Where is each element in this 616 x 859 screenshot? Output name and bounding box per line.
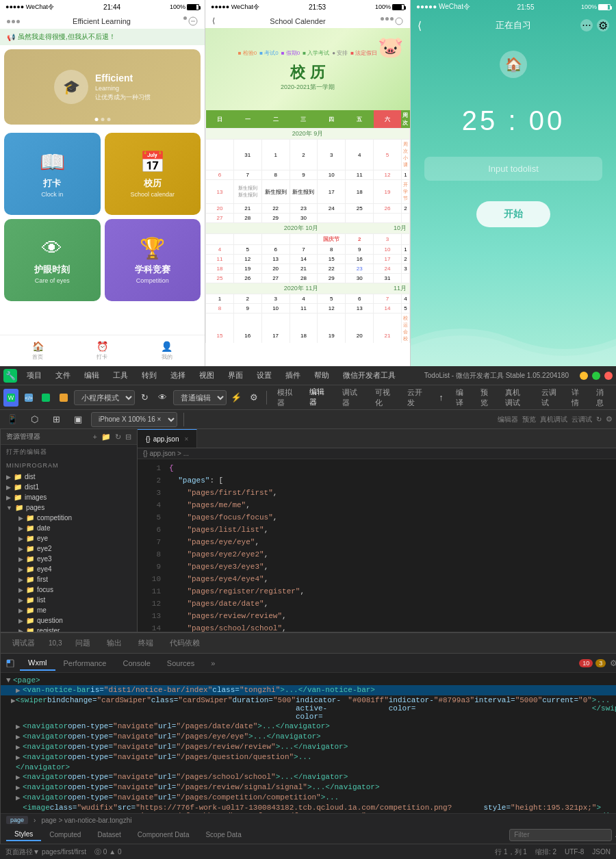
tree-focus[interactable]: ▶ 📁 focus: [1, 585, 137, 595]
inspector-wxml-tab[interactable]: Wxml: [20, 656, 55, 671]
toolbar-refresh[interactable]: ↻: [138, 389, 153, 407]
start-button[interactable]: 开始: [476, 201, 550, 227]
tree-eye[interactable]: ▶ 📁 eye: [1, 533, 137, 543]
toolbar-icon4[interactable]: [56, 389, 71, 407]
compile-selector[interactable]: 普通编辑: [173, 390, 227, 405]
style-tab-component-data[interactable]: Component Data: [129, 829, 198, 841]
inspector-performance-tab[interactable]: Performance: [55, 656, 115, 670]
inspector-controls[interactable]: 10 3 ⚙ ⋮: [579, 657, 616, 669]
inspector-console-tab[interactable]: Console: [114, 656, 158, 670]
toolbar-settings-btn[interactable]: ⚙: [246, 389, 261, 407]
new-folder-icon[interactable]: 📁: [101, 433, 111, 441]
menu-file[interactable]: 文件: [51, 369, 75, 382]
tree-dist[interactable]: ▶ 📁 dist: [1, 472, 137, 482]
close-button[interactable]: [604, 372, 613, 380]
refresh-tree-icon[interactable]: ↻: [115, 433, 121, 441]
html-nav-date[interactable]: ▶ <navigator open-type= "navigate" url= …: [1, 721, 616, 732]
style-filter-input[interactable]: [509, 829, 612, 841]
inspector-more-tab[interactable]: »: [203, 656, 223, 670]
html-image[interactable]: <image class= "wudifix" src= "https://77…: [1, 803, 616, 813]
tree-eye3[interactable]: ▶ 📁 eye3: [1, 554, 137, 564]
sim-grid-icon[interactable]: ⊞: [47, 411, 65, 428]
tree-list[interactable]: ▶ 📁 list: [1, 595, 137, 605]
menu-settings[interactable]: 设置: [253, 369, 276, 382]
html-inspector[interactable]: ▼ <page> ▶ <van-notice-bar is= "dist1/no…: [1, 673, 616, 813]
tab-visualize[interactable]: 可视化: [370, 385, 400, 411]
tree-pages[interactable]: ▼ 📁 pages: [1, 502, 137, 513]
inspector-settings-icon[interactable]: ⚙: [608, 657, 616, 669]
devtools-menubar[interactable]: 🔧 项目 文件 编辑 工具 转到 选择 视图 界面 设置 插件 帮助 微信开发者…: [0, 366, 616, 385]
menu-plugins[interactable]: 插件: [281, 369, 305, 382]
tree-dist1[interactable]: ▶ 📁 dist1: [1, 482, 137, 492]
tree-question[interactable]: ▶ 📁 question: [1, 615, 137, 626]
tab-editor[interactable]: 编辑器: [304, 384, 334, 411]
bottom-tab-debugger[interactable]: 调试器: [4, 635, 43, 651]
devtools-toolbar[interactable]: W </> 小程序模式 ↻ 👁 普通编辑 ⚡ ⚙ 模拟器 编辑器 调试器 可视化…: [0, 385, 616, 410]
start-button-area[interactable]: 开始: [411, 201, 616, 227]
tree-images[interactable]: ▶ 📁 images: [1, 492, 137, 502]
html-page-line[interactable]: ▼ <page>: [1, 676, 616, 685]
tab-compile[interactable]: 编译: [450, 385, 472, 411]
style-tab-scope-data[interactable]: Scope Data: [197, 829, 249, 841]
html-nav-school[interactable]: ▶ <navigator open-type= "navigate" url= …: [1, 772, 616, 782]
toolbar-icon3[interactable]: [39, 389, 54, 407]
style-tab-computed[interactable]: Computed: [41, 829, 89, 841]
tab-cloud[interactable]: 云开发: [402, 385, 432, 411]
tree-me[interactable]: ▶ 📁 me: [1, 605, 137, 615]
tab-cloud-debug[interactable]: 云调试: [536, 385, 563, 411]
bottom-tab-problems[interactable]: 问题: [67, 635, 99, 651]
html-nav-question-close[interactable]: </navigator>: [1, 762, 616, 772]
toolbar-upload[interactable]: ↑: [435, 389, 448, 407]
sim-phone-icon[interactable]: 📱: [3, 411, 21, 428]
menu-goto[interactable]: 转到: [138, 369, 161, 382]
menu-tools[interactable]: 工具: [109, 369, 132, 382]
menu-edit[interactable]: 编辑: [80, 369, 103, 382]
device-selector[interactable]: iPhone X 100% 16 ×: [91, 412, 177, 427]
bottom-tab-terminal[interactable]: 终端: [130, 635, 162, 651]
html-nav-question[interactable]: ▶ <navigator open-type= "navigate" url= …: [1, 752, 616, 762]
html-nav-eye[interactable]: ▶ <navigator open-type= "navigate" url= …: [1, 732, 616, 742]
toolbar-compile-btn[interactable]: ⚡: [229, 389, 244, 407]
sim-controls-bar[interactable]: 📱 ⬡ ⊞ ▣ iPhone X 100% 16 × 编辑器 预览 真机调试 云…: [0, 410, 616, 429]
editor-tab-appjson[interactable]: {} app.json ×: [138, 429, 197, 448]
toolbar-icon1[interactable]: W: [3, 389, 18, 407]
toolbar-eye[interactable]: 👁: [155, 389, 170, 407]
sim-scan-icon[interactable]: ⬡: [25, 411, 43, 428]
tree-date[interactable]: ▶ 📁 date: [1, 523, 137, 533]
mode-selector[interactable]: 小程序模式: [74, 390, 135, 405]
file-tree[interactable]: 资源管理器 + 📁 ↻ ⊟ 打开的编辑器 MINIPROGRAM ▶ 📁: [1, 429, 138, 632]
tab-simulator[interactable]: 模拟器: [272, 385, 302, 411]
tab-real-debug[interactable]: 真机调试: [500, 385, 532, 411]
inspector-sources-tab[interactable]: Sources: [159, 656, 203, 670]
bottom-tabs[interactable]: 调试器 10,3 问题 输出 终端 代码依赖 ▲ ×: [1, 633, 616, 654]
menu-wechat-dev[interactable]: 微信开发者工具: [339, 369, 400, 382]
html-van-notice-bar[interactable]: ▶ <van-notice-bar is= "dist1/notice-bar/…: [1, 685, 616, 695]
tab-preview[interactable]: 预览: [475, 385, 497, 411]
window-controls[interactable]: [580, 372, 613, 380]
tree-eye2[interactable]: ▶ 📁 eye2: [1, 543, 137, 554]
menu-view[interactable]: 视图: [195, 369, 218, 382]
tree-competition[interactable]: ▶ 📁 competition: [1, 513, 137, 523]
toolbar-icon2[interactable]: </>: [21, 389, 36, 407]
menu-help[interactable]: 帮助: [310, 369, 333, 382]
bottom-tab-deps[interactable]: 代码依赖: [162, 635, 208, 651]
tree-section-icons[interactable]: + 📁 ↻ ⊟: [93, 433, 131, 441]
editor-tab-bar[interactable]: {} app.json ×: [138, 429, 616, 448]
collapse-btn[interactable]: ▲: [613, 637, 616, 650]
tab-messages[interactable]: 消息: [591, 385, 613, 411]
bottom-tab-output[interactable]: 输出: [99, 635, 130, 651]
style-panel-tabs[interactable]: Styles Computed Dataset Component Data S…: [1, 826, 616, 844]
sim-device-icon[interactable]: ▣: [69, 411, 87, 428]
menu-project[interactable]: 项目: [23, 369, 46, 382]
inspector-tabs[interactable]: Wxml Performance Console Sources » 10 3 …: [1, 654, 616, 673]
new-file-icon[interactable]: +: [93, 433, 97, 441]
tree-eye4[interactable]: ▶ 📁 eye4: [1, 564, 137, 574]
tree-first[interactable]: ▶ 📁 first: [1, 574, 137, 585]
tab-debugger[interactable]: 调试器: [337, 385, 367, 411]
tab-details[interactable]: 详情: [566, 385, 588, 411]
style-tab-dataset[interactable]: Dataset: [89, 829, 129, 841]
menu-select[interactable]: 选择: [166, 369, 190, 382]
html-nav-signal[interactable]: ▶ <navigator open-type= "navigate" url= …: [1, 782, 616, 793]
status-page-path[interactable]: 页面路径▼ pages/first/first: [5, 847, 86, 857]
html-swiper[interactable]: ▶ <swiper bindchange= "cardSwiper" class…: [1, 695, 616, 721]
